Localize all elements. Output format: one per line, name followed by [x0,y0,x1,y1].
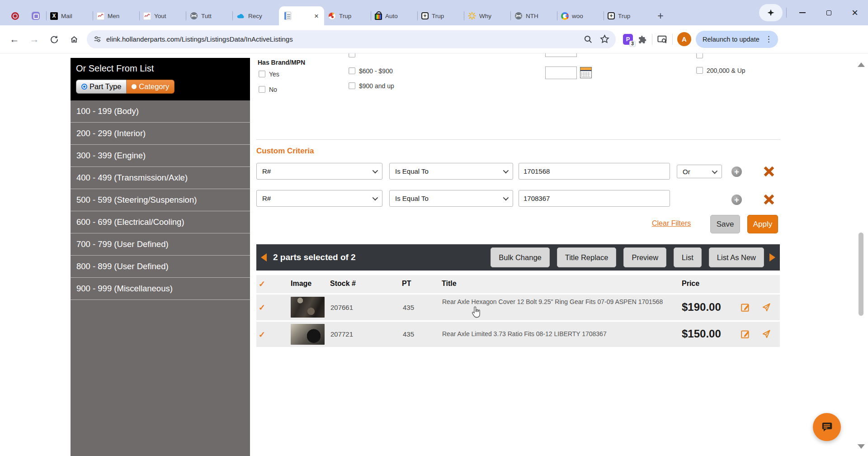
divider [672,34,673,45]
cropped-input[interactable] [545,53,577,57]
mileage-cropped-checkbox[interactable] [696,53,703,58]
toggle-part-type[interactable]: Part Type [76,80,127,94]
criteria-operator-select-2[interactable]: Is Equal To [389,190,513,207]
site-settings-icon[interactable] [93,35,102,43]
bulk-change-button[interactable]: Bulk Change [491,247,549,267]
price-600-900-checkbox[interactable] [349,67,355,74]
sidebar-item-interior[interactable]: 200 - 299 (Interior) [71,123,250,145]
add-criteria-button-2[interactable]: + [731,195,742,205]
list-button[interactable]: List [674,247,702,267]
select-all-check-icon[interactable]: ✓ [259,279,265,289]
custom-criteria-title: Custom Criteria [256,147,314,156]
criteria-field-select-1[interactable]: R# [256,163,382,180]
sidebar-item-transmission[interactable]: 400 - 499 (Transmission/Axle) [71,167,250,189]
listing-title-link[interactable]: Rear Axle Hexagon Cover 12 Bolt 9.25" Ri… [442,298,664,306]
scrollbar-thumb[interactable] [859,233,863,316]
criteria-field-select-2[interactable]: R# [256,190,382,207]
tab-recy[interactable]: Recy [232,6,279,25]
criteria-conjunction-select[interactable]: Or [677,165,722,178]
tab-nth[interactable]: NTH [510,6,557,25]
list-as-new-button[interactable]: List As New [709,247,764,267]
sidebar-item-user-defined-700[interactable]: 700 - 799 (User Defined) [71,233,250,256]
chevron-down-icon [503,168,509,174]
tab-yout[interactable]: Yout [139,6,186,25]
tab-trup-2[interactable]: Trup [417,6,464,25]
divider [786,8,787,18]
title-replace-button[interactable]: Title Replace [557,247,617,267]
zoom-icon[interactable] [584,35,593,44]
send-icon[interactable] [761,302,771,312]
brand-yes-checkbox[interactable] [259,71,265,77]
tab-trup-3[interactable]: Trup [604,6,650,25]
part-photo-thumbnail[interactable] [291,324,325,345]
row-selected-check-icon[interactable]: ✓ [259,303,265,313]
extensions-puzzle-icon[interactable] [637,34,647,44]
brand-no-checkbox[interactable] [259,86,265,93]
criteria-value-input-2[interactable] [519,190,670,207]
sidebar-item-steering[interactable]: 500 - 599 (Steering/Suspension) [71,189,250,211]
listing-title-link[interactable]: Rear Axle Limited 3.73 Ratio Fits 08-12 … [442,330,664,338]
home-button[interactable] [64,29,84,49]
mileage-200k-up-checkbox[interactable] [696,67,703,74]
menu-kebab-icon[interactable]: ⋮ [765,34,773,44]
remove-criteria-button-1[interactable] [764,166,774,177]
forward-button[interactable]: → [24,29,44,49]
tab-tutt[interactable]: Tutt [186,6,232,25]
address-bar[interactable]: elink.hollanderparts.com/Listings/Listin… [87,30,616,48]
sidebar-item-electrical[interactable]: 600 - 699 (Electrical/Cooling) [71,211,250,233]
sidebar-item-body[interactable]: 100 - 199 (Body) [71,100,250,123]
criteria-operator-select-1[interactable]: Is Equal To [389,163,513,180]
tab-why[interactable]: Why [464,6,510,25]
minimize-button[interactable] [789,0,816,25]
row-selected-check-icon[interactable]: ✓ [259,330,265,340]
send-icon[interactable] [761,329,771,339]
save-button[interactable]: Save [710,215,740,233]
clear-filters-link[interactable]: Clear Filters [652,219,691,228]
page-prev-icon[interactable] [261,253,267,261]
calendar-icon[interactable] [580,67,592,78]
relaunch-button[interactable]: Relaunch to update ⋮ [696,31,778,48]
scrollbar-down-icon[interactable] [858,444,865,449]
sidebar-item-user-defined-800[interactable]: 800 - 899 (User Defined) [71,256,250,278]
tab-mail[interactable]: Mail [46,6,93,25]
pinned-tab-record[interactable] [5,6,25,25]
tab-trup-1[interactable]: Trup [324,6,371,25]
restore-button[interactable] [816,0,842,25]
part-photo-thumbnail[interactable] [291,297,325,318]
browser-ai-button[interactable] [759,4,783,21]
price-cropped-checkbox[interactable] [349,53,355,57]
preview-button[interactable]: Preview [623,247,666,267]
tab-active-listings[interactable]: × [279,6,324,25]
add-criteria-button-1[interactable]: + [731,166,742,177]
back-button[interactable]: ← [5,29,24,49]
tab-label: Auto [385,13,398,19]
price-900-up-checkbox[interactable] [349,82,355,89]
sidebar-item-miscellaneous[interactable]: 900 - 999 (Miscellaneous) [71,278,250,300]
toggle-category[interactable]: Category [127,80,175,94]
date-input[interactable] [545,66,577,79]
tab-woo[interactable]: woo [557,6,604,25]
scrollbar-up-icon[interactable] [858,62,865,67]
close-window-button[interactable]: × [842,0,868,25]
remove-criteria-button-2[interactable] [764,194,774,205]
new-tab-button[interactable]: + [650,6,671,25]
password-extension-icon[interactable]: P 3 [623,34,633,45]
edit-icon[interactable] [741,302,750,312]
blue-cloud-icon [236,12,245,19]
reading-mode-icon[interactable] [657,34,668,44]
chat-widget-button[interactable] [813,413,841,441]
tab-auto[interactable]: Auto [371,6,417,25]
tab-men[interactable]: Men [93,6,139,25]
close-tab-icon[interactable]: × [314,12,319,20]
bookmark-star-icon[interactable] [600,34,609,44]
price-900-up-label: $900 and up [359,82,394,90]
edit-icon[interactable] [741,329,750,339]
reload-button[interactable] [44,29,64,49]
criteria-value-input-1[interactable] [519,163,670,180]
sidebar-item-engine[interactable]: 300 - 399 (Engine) [71,145,250,167]
apply-button[interactable]: Apply [747,215,778,233]
page-next-icon[interactable] [769,253,775,261]
profile-avatar[interactable]: A [677,32,691,46]
criteria-operator-value-2: Is Equal To [395,195,429,202]
pinned-tab-app[interactable] [25,6,46,25]
